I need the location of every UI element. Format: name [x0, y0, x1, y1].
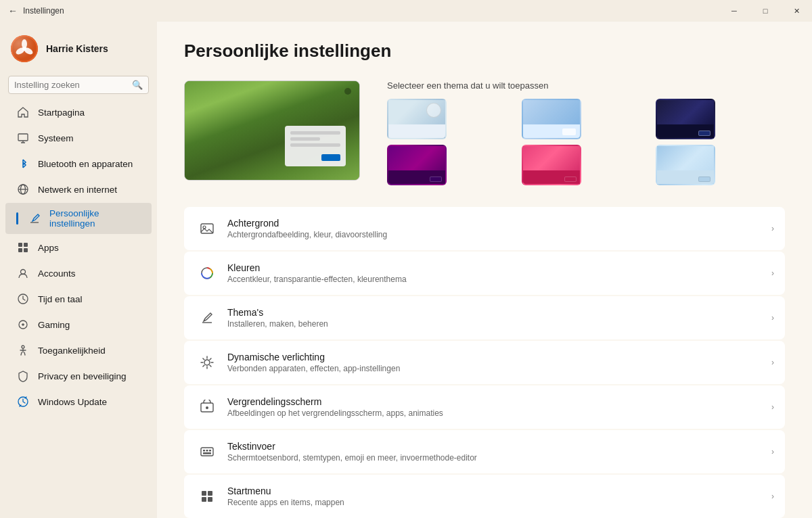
settings-item-kleuren[interactable]: Kleuren Accentkleur, transparantie-effec… [184, 252, 785, 295]
nav-item-gaming[interactable]: Gaming [5, 312, 152, 337]
search-input[interactable] [14, 80, 128, 90]
preview-line-3 [290, 143, 340, 147]
nav-item-netwerk[interactable]: Netwerk en internet [5, 177, 152, 202]
nav-item-windows-update[interactable]: Windows Update [5, 390, 152, 414]
restore-button[interactable]: □ [750, 0, 781, 22]
svg-rect-24 [203, 450, 205, 452]
svg-point-5 [22, 47, 26, 51]
preview-button [321, 154, 340, 161]
svg-point-4 [15, 47, 26, 56]
chevron-icon: › [771, 268, 774, 278]
preview-line-1 [290, 131, 340, 135]
network-icon [16, 183, 30, 196]
themes-grid-section: Selecteer een thema dat u wilt toepassen [387, 80, 785, 185]
svg-rect-6 [18, 134, 28, 141]
svg-rect-25 [206, 450, 208, 452]
back-icon[interactable]: ← [8, 5, 18, 16]
themas-text: Thema's Installeren, maken, beheren [227, 307, 771, 329]
svg-point-1 [12, 37, 37, 61]
theme-thumb-light-flowers[interactable] [387, 99, 447, 139]
settings-item-tekstinvoer[interactable]: Tekstinvoer Schermtoetsenbord, stemtypen… [184, 430, 785, 473]
vergrendelingsscherm-icon [195, 395, 219, 419]
theme-preview [184, 80, 360, 181]
nav-item-apps[interactable]: Apps [5, 235, 152, 260]
bluetooth-icon [16, 157, 30, 170]
svg-point-15 [22, 346, 24, 348]
svg-point-2 [22, 39, 27, 49]
theme-thumb-dark-purple[interactable] [387, 145, 447, 185]
nav-item-personalisatie[interactable]: Persoonlijke instellingen [5, 203, 152, 234]
personalization-icon [28, 212, 41, 225]
startmenu-text: Startmenu Recente apps en items, mappen [227, 486, 771, 507]
themas-icon [195, 306, 219, 330]
themes-grid [387, 99, 785, 185]
content-area: Persoonlijke instellingen Selecteer een … [157, 22, 812, 518]
settings-item-dynamische-verlichting[interactable]: Dynamische verlichting Verbonden apparat… [184, 341, 785, 384]
theme-preview-overlay [285, 126, 346, 166]
search-icon: 🔍 [132, 80, 143, 90]
user-profile[interactable]: Harrie Kisters [0, 27, 157, 73]
chevron-icon: › [771, 358, 774, 367]
nav-item-accounts[interactable]: Accounts [5, 261, 152, 285]
chevron-icon: › [771, 224, 774, 233]
minimize-button[interactable]: ─ [719, 0, 750, 22]
chevron-icon: › [771, 447, 774, 456]
svg-point-3 [23, 47, 34, 56]
tekstinvoer-icon [195, 440, 219, 464]
accounts-icon [16, 266, 30, 280]
theme-thumb-dark-blue[interactable] [656, 99, 715, 139]
titlebar-left: ← Instellingen [8, 5, 64, 16]
titlebar: ← Instellingen ─ □ ✕ [0, 0, 812, 22]
achtergrond-text: Achtergrond Achtergrondafbeelding, kleur… [227, 218, 771, 239]
settings-item-vergrendelingsscherm[interactable]: Vergrendelingsscherm Afbeeldingen op het… [184, 385, 785, 429]
themes-section: Selecteer een thema dat u wilt toepassen [184, 80, 785, 185]
settings-item-themas[interactable]: Thema's Installeren, maken, beheren › [184, 296, 785, 339]
settings-item-achtergrond[interactable]: Achtergrond Achtergrondafbeelding, kleur… [184, 207, 785, 250]
startmenu-icon [195, 484, 219, 509]
clock-icon [16, 292, 30, 306]
svg-rect-23 [201, 448, 213, 456]
user-name: Harrie Kisters [46, 43, 108, 54]
kleuren-text: Kleuren Accentkleur, transparantie-effec… [227, 262, 771, 284]
svg-rect-11 [18, 248, 22, 252]
dynamische-verlichting-text: Dynamische verlichting Verbonden apparat… [227, 352, 771, 373]
svg-rect-9 [18, 243, 22, 247]
titlebar-title: Instellingen [23, 6, 64, 16]
nav-item-systeem[interactable]: Systeem [5, 126, 152, 150]
theme-thumb-colorful-flowers[interactable] [522, 145, 581, 185]
chevron-icon: › [771, 402, 774, 412]
theme-thumb-light-coastal[interactable] [656, 145, 715, 185]
apps-icon [16, 241, 30, 254]
svg-rect-31 [208, 497, 212, 502]
nav-item-tijd[interactable]: Tijd en taal [5, 287, 152, 311]
svg-rect-26 [209, 450, 211, 452]
titlebar-controls: ─ □ ✕ [719, 0, 812, 22]
close-button[interactable]: ✕ [781, 0, 812, 22]
tekstinvoer-text: Tekstinvoer Schermtoetsenbord, stemtypen… [227, 441, 771, 463]
search-box[interactable]: 🔍 [8, 76, 149, 94]
monitor-icon [16, 131, 30, 145]
svg-point-22 [206, 406, 208, 409]
kleuren-icon [195, 261, 219, 285]
settings-list: Achtergrond Achtergrondafbeelding, kleur… [184, 207, 785, 518]
theme-thumb-light-blue[interactable] [522, 99, 581, 139]
nav-item-toegankelijkheid[interactable]: Toegankelijkheid [5, 338, 152, 362]
settings-item-startmenu[interactable]: Startmenu Recente apps en items, mappen … [184, 475, 785, 518]
preview-line-2 [290, 137, 320, 141]
svg-rect-28 [202, 491, 206, 496]
themes-label: Selecteer een thema dat u wilt toepassen [387, 80, 785, 91]
privacy-icon [16, 369, 30, 383]
home-icon [16, 105, 30, 119]
page-title: Persoonlijke instellingen [184, 41, 785, 62]
dynamische-verlichting-icon [195, 350, 219, 375]
sidebar: Harrie Kisters 🔍 Startpagina Syste [0, 22, 157, 518]
achtergrond-icon [195, 216, 219, 241]
vergrendelingsscherm-text: Vergrendelingsscherm Afbeeldingen op het… [227, 396, 771, 418]
app-body: Harrie Kisters 🔍 Startpagina Syste [0, 22, 812, 518]
nav-item-bluetooth[interactable]: Bluetooth en apparaten [5, 151, 152, 176]
chevron-icon: › [771, 313, 774, 323]
nav-item-startpagina[interactable]: Startpagina [5, 100, 152, 124]
gaming-icon [16, 318, 30, 331]
svg-point-0 [11, 35, 38, 62]
nav-item-privacy[interactable]: Privacy en beveiliging [5, 364, 152, 388]
